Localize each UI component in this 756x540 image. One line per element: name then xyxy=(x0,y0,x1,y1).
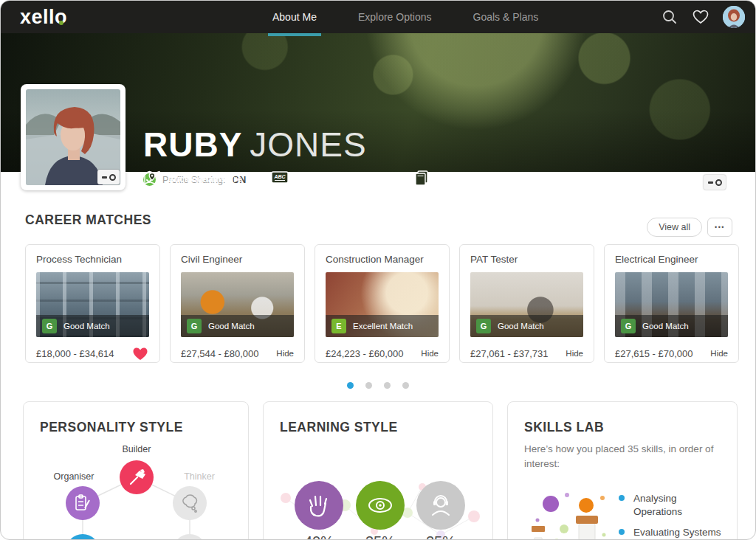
search-icon[interactable] xyxy=(661,8,678,26)
hide-link[interactable]: Hide xyxy=(566,349,583,358)
more-options-button[interactable]: ••• xyxy=(707,218,732,237)
career-matches-title: CAREER MATCHES xyxy=(25,212,151,228)
career-card[interactable]: Construction Manager E Excellent Match £… xyxy=(315,244,450,363)
trait-label-organiser: Organiser xyxy=(54,471,94,482)
personality-diagram: Builder Organiser Thinker xyxy=(24,439,249,540)
match-badge: G xyxy=(187,319,202,333)
pagination-dot[interactable] xyxy=(365,382,372,389)
profile-name: RUBYJONES xyxy=(143,125,367,165)
pagination-dot[interactable] xyxy=(402,382,409,389)
match-badge: G xyxy=(621,319,636,333)
hide-link[interactable]: Hide xyxy=(276,349,294,358)
nav-right xyxy=(661,1,745,33)
career-card[interactable]: Process Technician G Good Match £18,000 … xyxy=(25,244,160,363)
career-title: Electrical Engineer xyxy=(615,254,728,265)
match-badge: G xyxy=(476,319,491,333)
carousel-pagination xyxy=(1,382,755,389)
view-all-button[interactable]: View all xyxy=(647,218,702,237)
location-item: Buckinghamshire xyxy=(143,170,242,188)
career-cards-row: Process Technician G Good Match £18,000 … xyxy=(25,244,739,363)
svg-text:ABC: ABC xyxy=(273,174,286,179)
profile-info-row: Buckinghamshire ABC British Public Schoo… xyxy=(143,169,464,189)
learning-style-title: LEARNING STYLE xyxy=(280,420,398,435)
career-title: Process Technician xyxy=(36,254,149,265)
app-window: xello About Me Explore Options Goals & P… xyxy=(0,0,756,540)
hide-link[interactable]: Hide xyxy=(710,349,728,358)
change-profile-photo-button[interactable] xyxy=(97,170,120,184)
map-pin-icon xyxy=(143,170,161,188)
last-name: JONES xyxy=(250,125,366,164)
career-card[interactable]: Civil Engineer G Good Match £27,544 - £8… xyxy=(170,244,305,363)
nav-tabs: About Me Explore Options Goals & Plans xyxy=(252,1,559,33)
bottom-panels: PERSONALITY STYLE Builder Organiser Thin… xyxy=(23,401,738,540)
skill-name: Evaluating Systems xyxy=(633,526,721,539)
tab-about-me[interactable]: About Me xyxy=(252,1,337,33)
location-label: Buckinghamshire xyxy=(168,174,242,184)
year-label: Year 9 xyxy=(437,174,463,184)
lab-flasks-illustration xyxy=(515,491,619,540)
salary-range: £24,223 - £60,000 xyxy=(326,348,404,359)
visual-percent: 35% xyxy=(356,533,405,540)
career-image: G Good Match xyxy=(615,272,728,337)
year-item: Year 9 xyxy=(413,169,463,189)
bullet-dot-icon xyxy=(619,529,625,535)
change-banner-photo-button[interactable] xyxy=(704,175,726,190)
user-avatar[interactable] xyxy=(723,6,745,28)
career-image: G Good Match xyxy=(36,272,149,337)
school-icon: ABC xyxy=(270,170,289,188)
skills-lab-title: SKILLS LAB xyxy=(524,420,604,435)
profile-photo[interactable] xyxy=(21,84,126,190)
match-label: Good Match xyxy=(63,322,110,330)
skills-lab-panel[interactable]: SKILLS LAB Here’s how you placed 35 skil… xyxy=(507,401,738,540)
headphones-person-icon xyxy=(428,493,453,518)
auditory-percent: 25% xyxy=(416,533,465,540)
pagination-dot[interactable] xyxy=(384,382,391,389)
career-card[interactable]: Electrical Engineer G Good Match £27,615… xyxy=(604,244,739,363)
first-name: RUBY xyxy=(143,125,242,164)
career-image: E Excellent Match xyxy=(326,272,439,337)
career-image: G Good Match xyxy=(470,272,583,337)
organiser-circle xyxy=(66,486,100,520)
personality-style-panel[interactable]: PERSONALITY STYLE Builder Organiser Thin… xyxy=(23,401,249,540)
books-icon xyxy=(413,169,430,189)
career-image: G Good Match xyxy=(181,272,294,337)
skills-lab-description: Here’s how you placed 35 skills, in orde… xyxy=(524,442,722,471)
tab-goals-plans[interactable]: Goals & Plans xyxy=(453,1,560,33)
skill-list-item: Evaluating Systems xyxy=(619,526,737,539)
match-label: Good Match xyxy=(642,322,689,330)
socialiser-circle xyxy=(66,534,100,540)
skill-name: Analysing Operations xyxy=(633,492,722,519)
career-title: Construction Manager xyxy=(326,254,439,265)
bullet-dot-icon xyxy=(619,495,625,501)
hand-icon xyxy=(306,493,331,518)
kinesthetic-percent: 40% xyxy=(295,533,343,540)
match-badge: G xyxy=(42,319,57,333)
visual-circle xyxy=(356,481,405,530)
xello-logo[interactable]: xello xyxy=(20,6,67,29)
trait-label-thinker: Thinker xyxy=(184,471,215,482)
career-card[interactable]: PAT Tester G Good Match £27,061 - £37,73… xyxy=(459,244,594,363)
kinesthetic-circle xyxy=(295,481,343,530)
top-nav: xello About Me Explore Options Goals & P… xyxy=(1,1,755,33)
school-item: ABC British Public School xyxy=(270,170,385,188)
salary-range: £27,061 - £37,731 xyxy=(470,348,549,359)
salary-range: £27,544 - £80,000 xyxy=(181,348,259,359)
career-title: PAT Tester xyxy=(470,254,583,265)
career-title: Civil Engineer xyxy=(181,254,294,265)
personality-style-title: PERSONALITY STYLE xyxy=(40,420,183,435)
school-label: British Public School xyxy=(296,174,385,184)
auditory-circle xyxy=(416,481,465,530)
match-badge: E xyxy=(331,319,346,333)
eye-icon xyxy=(366,496,394,515)
skill-list-item: Analysing Operations xyxy=(619,492,722,519)
hide-link[interactable]: Hide xyxy=(421,349,439,358)
learning-style-panel[interactable]: LEARNING STYLE xyxy=(263,401,493,540)
pagination-dot[interactable] xyxy=(347,382,354,389)
favorite-heart-icon[interactable] xyxy=(131,346,149,361)
match-label: Good Match xyxy=(498,322,544,330)
match-label: Good Match xyxy=(208,322,255,330)
salary-range: £18,000 - £34,614 xyxy=(36,348,114,359)
tab-explore-options[interactable]: Explore Options xyxy=(337,1,453,33)
heart-icon[interactable] xyxy=(692,8,709,26)
salary-range: £27,615 - £70,000 xyxy=(615,348,693,359)
